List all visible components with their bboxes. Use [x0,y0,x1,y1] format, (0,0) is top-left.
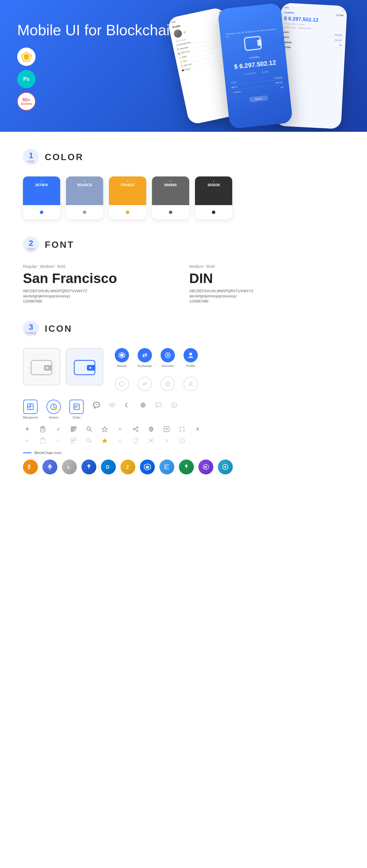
svg-rect-58 [75,430,75,431]
chat-icon: 💬 [92,401,101,409]
svg-rect-57 [75,431,76,431]
clipboard-outline-icon [38,436,47,445]
svg-line-65 [135,428,137,429]
svg-rect-74 [71,441,74,443]
font-grid: Regular ' Medium ' Bold San Francisco AB… [23,264,344,303]
qr-icon [69,425,78,433]
svg-point-34 [74,405,75,406]
color-number-circle: 1 ONE [23,149,39,165]
moon-icon [123,401,132,409]
font-sf: Regular ' Medium ' Bold San Francisco AB… [23,264,178,303]
color-card-slate: # 8DA0C8 [66,177,103,219]
management-icon-item: Mangment [23,400,38,419]
svg-marker-84 [48,464,52,468]
color-title: COLOR [45,152,84,162]
search-outline-icon [85,436,93,445]
coin-steem [160,460,174,474]
circle-icon [139,401,147,409]
nav-exchange: Exchange [138,348,152,368]
nav-icons-area: Assets Exchange [115,348,198,391]
svg-text:D: D [106,465,110,469]
icon-section-header: 3 THREE ICON [23,320,344,337]
utility-icons-row-2: + ✓ [23,436,344,445]
assets-icon [115,348,129,362]
info-outline-icon [178,436,186,445]
font-din: Medium ' Bold DIN ABCDEFGHIJKLMNOPQRSTUV… [189,264,344,303]
settings-icon [147,425,156,433]
clipboard-icon [38,425,47,433]
blockchain-label-row: BlockChain Icon [23,451,344,455]
color-card-dark: # 303030 [195,177,232,219]
close-x-icon [147,436,156,445]
coin-eth [43,460,57,474]
svg-point-82 [182,439,182,440]
svg-point-62 [137,427,138,428]
exchange-outline-icon [138,377,152,391]
phone-2: Character may be modelled in the great m… [218,3,293,129]
phones-area: 9:41⚙ Profile AI MAIN MENU 📊 Management … [172,0,367,132]
svg-marker-15 [120,353,123,357]
info-icon [170,401,178,409]
crypto-coins-row: ₿ Ł D [23,460,344,474]
color-section-header: 1 ONE COLOR [23,149,344,165]
coin-btc: ₿ [23,460,38,474]
icon-section: 3 THREE ICON [23,320,344,474]
font-number-circle: 2 TWO [23,237,39,253]
icon-title: ICON [45,323,72,334]
bottom-icons-row: Mangment History [23,400,344,419]
svg-marker-93 [185,464,188,469]
refresh-icon [131,436,140,445]
svg-line-76 [90,441,91,443]
icon-number-circle: 3 THREE [23,320,39,337]
coin-matic: M [198,460,213,474]
nav-assets: Assets [115,348,129,368]
font-section: 2 TWO FONT Regular ' Medium ' Bold San F… [23,237,344,303]
history-icon [47,400,61,414]
svg-line-60 [90,430,91,431]
history-icon-item: History [47,400,61,419]
svg-marker-87 [87,464,91,469]
blockchain-line [23,452,32,453]
svg-point-19 [189,353,192,355]
color-card-orange: # F5A623 [109,177,146,219]
svg-point-23 [190,381,192,384]
svg-rect-54 [74,429,75,430]
forward-icon [162,436,171,445]
star-icon [101,425,109,433]
svg-point-10 [46,367,48,369]
svg-point-64 [137,430,138,432]
close-icon: ✕ [193,425,202,433]
nav-discover: Discover [161,348,175,368]
svg-point-63 [133,429,135,430]
coin-ltc: Ł [62,460,77,474]
screens-badge: 60+ Screens [17,92,35,111]
back-icon: < [116,425,124,433]
coin-sky [218,460,233,474]
svg-rect-52 [75,427,76,428]
upload-icon [162,425,171,433]
ps-badge: Ps [17,70,35,88]
coin-grid [140,460,155,474]
svg-text:Z: Z [126,465,129,469]
svg-text:M: M [204,465,207,469]
share-icon [131,425,140,433]
profile-outline-icon [184,377,198,391]
sketch-badge [17,48,35,66]
utility-icons-row: + ✓ [23,425,344,433]
svg-point-18 [167,355,168,356]
profile-icon [184,348,198,362]
coin-wings [81,460,96,474]
svg-point-43 [174,404,174,404]
svg-rect-39 [156,403,161,406]
check-icon: ✓ [54,425,62,433]
coin-vertcoin [179,460,194,474]
font-title: FONT [45,240,74,250]
search-icon [85,425,93,433]
svg-point-13 [89,367,91,369]
icon-design-boxes [23,348,103,385]
plus-icon: + [23,425,32,433]
svg-marker-20 [119,381,124,386]
nav-icons-outline [115,377,198,391]
svg-marker-37 [110,403,115,406]
svg-rect-9 [44,365,52,371]
